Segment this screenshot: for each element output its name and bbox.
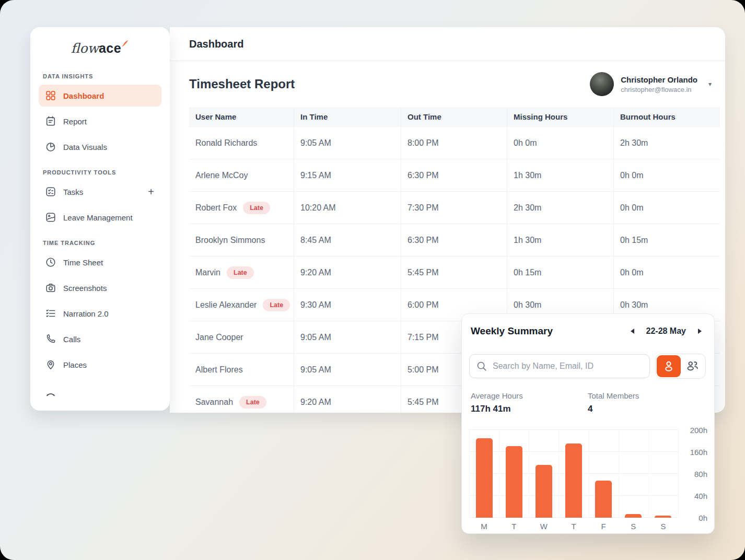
bar-column-w-2 — [529, 430, 558, 518]
search-box — [469, 354, 650, 378]
sidebar-item-narration-2-0[interactable]: Narration 2.0 — [39, 302, 161, 324]
stat-value: 4 — [588, 404, 705, 414]
person-icon — [662, 359, 676, 373]
bar — [536, 465, 552, 518]
stat-value: 117h 41m — [471, 404, 588, 414]
individual-view-button[interactable] — [657, 355, 681, 377]
out-time-cell: 7:30 PM — [401, 192, 507, 224]
in-time-cell: 9:05 AM — [294, 321, 401, 353]
late-badge: Late — [227, 266, 254, 279]
weekly-stats: Average Hours 117h 41m Total Members 4 — [471, 391, 705, 414]
sidebar-item-time-sheet[interactable]: Time Sheet — [39, 251, 161, 273]
burnout-hours-cell: 2h 30m — [614, 127, 720, 159]
late-badge: Late — [243, 202, 270, 214]
tasks-icon — [45, 186, 56, 197]
bar-column-f-4 — [589, 430, 619, 518]
column-header-user-name: User Name — [189, 107, 294, 126]
stat-label: Average Hours — [471, 391, 588, 400]
profile-menu[interactable]: Christopher Orlando christopher@flowace.… — [590, 72, 712, 96]
sidebar-item-label: Places — [63, 360, 155, 369]
leave-icon — [45, 212, 56, 223]
bar-column-s-5 — [619, 430, 648, 518]
prev-week-button[interactable] — [628, 327, 636, 335]
chevron-down-icon: ▾ — [708, 80, 712, 88]
column-header-missing-hours: Missing Hours — [507, 107, 614, 126]
pie-icon — [45, 141, 56, 153]
sidebar-item-tasks[interactable]: Tasks+ — [39, 181, 161, 203]
sidebar-item-label: Time Sheet — [63, 258, 155, 267]
stat-total-members: Total Members 4 — [588, 391, 705, 414]
chart-x-axis: MTWTFSS — [469, 522, 678, 531]
table-row[interactable]: Brooklyn Simmons8:45 AM6:30 PM1h 30m0h 1… — [189, 224, 720, 256]
column-header-in-time: In Time — [294, 107, 401, 126]
sidebar-item-dashboard[interactable]: Dashboard — [39, 85, 161, 107]
sidebar-item-data-visuals[interactable]: Data Visuals — [39, 136, 161, 158]
sidebar-item-label: Dashboard — [63, 91, 155, 100]
profile-email: christopher@flowace.in — [621, 86, 697, 94]
plus-icon[interactable]: + — [148, 186, 154, 198]
search-input[interactable] — [493, 361, 634, 371]
out-time-cell: 6:30 PM — [401, 159, 507, 191]
stat-average-hours: Average Hours 117h 41m — [471, 391, 588, 414]
y-tick-label: 40h — [694, 492, 707, 500]
table-row[interactable]: Robert FoxLate10:20 AM7:30 PM2h 30m0h 0m — [189, 192, 720, 224]
page-title: Dashboard — [189, 38, 243, 50]
table-header-row: User NameIn TimeOut TimeMissing HoursBur… — [189, 107, 720, 126]
weekly-controls — [469, 354, 706, 379]
column-header-burnout-hours: Burnout Hours — [614, 107, 720, 126]
user-name-cell: Jane Cooper — [189, 321, 294, 353]
x-tick-label: W — [529, 522, 558, 531]
team-view-button[interactable] — [681, 355, 705, 377]
x-tick-label: T — [558, 522, 588, 531]
table-row[interactable]: Ronald Richards9:05 AM8:00 PM0h 0m2h 30m — [189, 126, 720, 159]
out-time-cell: 6:30 PM — [401, 224, 507, 256]
missing-hours-cell: 2h 30m — [507, 192, 614, 224]
weekly-header: Weekly Summary 22-28 May — [471, 325, 704, 337]
bar-column-t-1 — [499, 430, 529, 518]
weekly-hours-chart — [469, 430, 678, 518]
burnout-hours-cell: 0h 0m — [614, 192, 720, 224]
report-icon — [45, 115, 56, 127]
y-tick-label: 80h — [694, 470, 707, 479]
user-name-cell: Leslie AlexanderLate — [189, 289, 294, 321]
column-header-out-time: Out Time — [401, 107, 507, 126]
sidebar-item-leave-management[interactable]: Leave Management — [39, 206, 161, 228]
missing-hours-cell: 0h 15m — [507, 256, 614, 288]
clock-icon — [45, 256, 56, 268]
pin-icon — [45, 359, 56, 370]
in-time-cell: 9:05 AM — [294, 127, 401, 159]
gridline — [678, 430, 679, 518]
in-time-cell: 8:45 AM — [294, 224, 401, 256]
table-row[interactable]: MarvinLate9:20 AM5:45 PM0h 15m0h 0m — [189, 256, 720, 289]
bar — [565, 444, 582, 518]
y-tick-label: 160h — [690, 448, 707, 457]
user-name-cell: MarvinLate — [189, 256, 294, 288]
sidebar-item-label: Narration 2.0 — [63, 309, 155, 318]
sidebar-item-label: Report — [63, 117, 155, 126]
sidebar-item-report[interactable]: Report — [39, 110, 161, 132]
in-time-cell: 9:05 AM — [294, 354, 401, 386]
weekly-summary-card: Weekly Summary 22-28 May — [461, 313, 715, 534]
date-navigator: 22-28 May — [628, 326, 704, 336]
user-name-cell: Albert Flores — [189, 354, 294, 386]
report-title: Timesheet Report — [189, 77, 295, 91]
burnout-hours-cell: 0h 0m — [614, 159, 720, 191]
sidebar-item-places[interactable]: Places — [39, 354, 161, 376]
view-toggle — [655, 354, 706, 379]
user-name-cell: SavannahLate — [189, 386, 294, 413]
narration-icon — [45, 308, 56, 319]
burnout-hours-cell: 0h 15m — [614, 224, 720, 256]
sidebar-item-label: Leave Management — [63, 213, 155, 222]
user-name-cell: Robert FoxLate — [189, 192, 294, 224]
sidebar-item-calls[interactable]: Calls — [39, 328, 161, 350]
bar — [625, 514, 642, 518]
burnout-hours-cell: 0h 0m — [614, 256, 720, 288]
sidebar-item-screenshots[interactable]: Screenshots — [39, 277, 161, 299]
sidebar-item-label: Calls — [63, 335, 155, 344]
weekly-title: Weekly Summary — [471, 325, 553, 337]
next-week-button[interactable] — [696, 327, 704, 335]
table-row[interactable]: Arlene McCoy9:15 AM6:30 PM1h 30m0h 0m — [189, 159, 720, 192]
bar — [655, 516, 671, 518]
user-name-cell: Ronald Richards — [189, 127, 294, 159]
sidebar-item-clipped[interactable] — [39, 379, 161, 401]
